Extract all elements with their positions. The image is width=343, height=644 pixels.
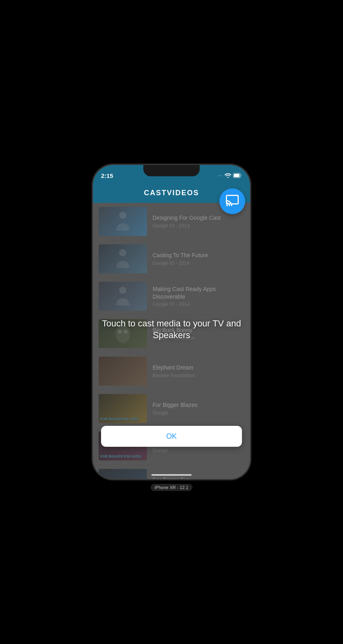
- app-title-bold: VIDEOS: [167, 189, 199, 197]
- app-title: CASTVIDEOS: [144, 189, 199, 197]
- wifi-icon: [225, 173, 231, 178]
- app-title-light: CAST: [144, 189, 167, 197]
- phone-frame: 2:15 ···: [93, 165, 250, 479]
- cast-icon: [226, 195, 239, 208]
- status-icons: ···: [218, 170, 242, 178]
- ok-label: OK: [166, 432, 177, 441]
- cast-button[interactable]: [219, 188, 245, 214]
- home-indicator[interactable]: [151, 474, 192, 476]
- device-label: iPhone XR - 12.1: [151, 484, 192, 491]
- phone-notch: [143, 165, 200, 176]
- svg-rect-2: [226, 195, 238, 204]
- phone-screen: 2:15 ···: [93, 165, 250, 479]
- signal-dots-icon: ···: [218, 173, 223, 178]
- battery-icon: [233, 173, 242, 178]
- status-time: 2:15: [101, 169, 113, 179]
- cast-tooltip: Touch to cast media to your TV and Speak…: [93, 318, 250, 341]
- svg-rect-1: [234, 174, 240, 177]
- cast-tooltip-text: Touch to cast media to your TV and Speak…: [102, 318, 241, 340]
- ok-button[interactable]: OK: [101, 426, 242, 447]
